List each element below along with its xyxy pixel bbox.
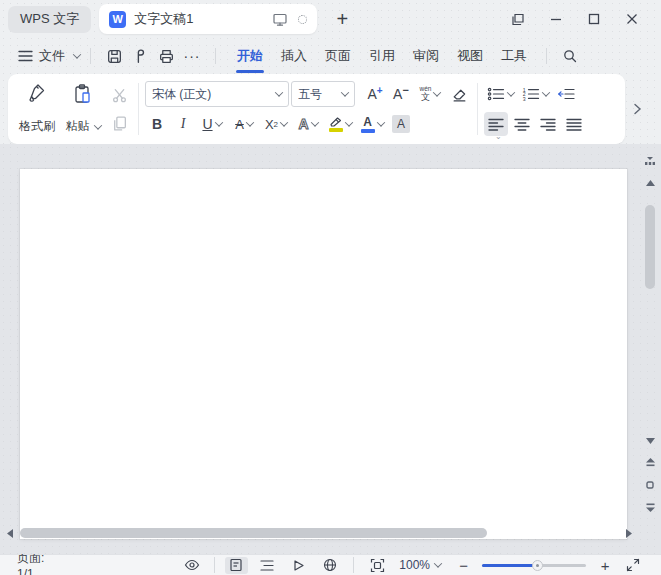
previous-page-button[interactable] <box>641 452 659 474</box>
more-commands-button[interactable]: ··· <box>179 44 205 68</box>
underline-button[interactable]: U <box>197 112 227 136</box>
bold-button[interactable]: B <box>145 112 169 136</box>
document-tab[interactable]: W 文字文稿1 <box>99 4 317 34</box>
window-stack-icon[interactable] <box>499 4 537 34</box>
font-size-value: 五号 <box>298 86 339 103</box>
minimize-button[interactable] <box>537 4 575 34</box>
font-color-icon: A <box>361 116 375 133</box>
text-effects-button[interactable]: A <box>293 112 323 136</box>
chevron-down-icon <box>376 118 384 126</box>
font-color-button[interactable]: A <box>357 112 387 136</box>
chevron-down-icon[interactable] <box>434 559 442 567</box>
scroll-up-arrow[interactable] <box>641 172 659 194</box>
tab-view[interactable]: 视图 <box>448 41 492 71</box>
align-justify-button[interactable] <box>562 112 586 136</box>
divider <box>90 48 91 64</box>
zoom-slider[interactable] <box>482 559 586 571</box>
phonetic-guide-button[interactable]: wén 文 <box>415 82 445 106</box>
file-menu-button[interactable]: 文件 <box>18 47 80 65</box>
maximize-button[interactable] <box>575 4 613 34</box>
decrease-indent-button[interactable] <box>554 82 578 106</box>
save-button[interactable] <box>101 44 127 68</box>
ruler-toggle-icon[interactable] <box>641 150 659 172</box>
strikethrough-button[interactable]: A <box>229 112 259 136</box>
tab-review[interactable]: 审阅 <box>404 41 448 71</box>
chevron-down-icon <box>73 50 81 58</box>
cut-button[interactable] <box>111 87 128 104</box>
web-view-button[interactable] <box>318 557 341 574</box>
tab-references[interactable]: 引用 <box>360 41 404 71</box>
numbered-list-button[interactable]: 1 2 3 <box>519 82 552 106</box>
chevron-down-icon <box>93 121 101 129</box>
font-size-select[interactable]: 五号 <box>291 81 355 107</box>
font-group: 宋体 (正文) 五号 A+ A− wén <box>145 81 471 137</box>
tab-home[interactable]: 开始 <box>228 41 272 71</box>
superscript-button[interactable]: X2 <box>261 112 291 136</box>
search-button[interactable] <box>557 44 583 68</box>
align-center-button[interactable] <box>510 112 534 136</box>
copy-button[interactable] <box>111 115 128 132</box>
chevron-down-icon <box>542 88 550 96</box>
horizontal-scrollbar[interactable] <box>0 526 639 540</box>
font-name-select[interactable]: 宋体 (正文) <box>145 81 289 107</box>
chevron-down-icon <box>246 118 254 126</box>
new-tab-button[interactable]: + <box>329 6 355 32</box>
app-menu-label: WPS 文字 <box>20 10 79 28</box>
ribbon-expand-button[interactable] <box>625 74 649 144</box>
window-controls <box>499 4 651 34</box>
paste-label: 粘贴 <box>66 118 101 135</box>
align-left-button[interactable] <box>484 112 508 136</box>
document-page[interactable] <box>20 169 627 539</box>
numbered-list-icon: 1 2 3 <box>522 87 540 101</box>
close-button[interactable] <box>613 4 651 34</box>
char-shading-button[interactable]: A <box>389 112 413 136</box>
export-pdf-button[interactable] <box>127 44 153 68</box>
zoom-out-button[interactable]: − <box>455 557 472 574</box>
divider <box>215 48 216 64</box>
fullscreen-button[interactable] <box>622 557 645 574</box>
align-right-button[interactable] <box>536 112 560 136</box>
clear-formatting-button[interactable] <box>447 82 471 106</box>
align-justify-icon <box>566 118 582 131</box>
horizontal-scrollbar-thumb[interactable] <box>20 528 487 538</box>
format-painter-button[interactable]: 格式刷 <box>14 81 60 137</box>
font-name-value: 宋体 (正文) <box>152 86 273 103</box>
wps-writer-icon: W <box>109 11 126 28</box>
next-page-button[interactable] <box>641 496 659 518</box>
format-painter-icon <box>26 83 48 105</box>
paragraph-group: 1 2 3 <box>484 81 586 137</box>
fit-page-button[interactable] <box>366 557 389 574</box>
highlight-color-button[interactable] <box>325 112 355 136</box>
scroll-left-arrow[interactable] <box>4 527 16 539</box>
document-area <box>0 144 661 554</box>
page-view-button[interactable] <box>225 557 248 574</box>
cut-copy-column <box>106 81 132 137</box>
zoom-in-button[interactable]: + <box>596 557 613 574</box>
print-button[interactable] <box>153 44 179 68</box>
paste-button[interactable]: 粘贴 <box>60 81 106 137</box>
hide-toolbars-button[interactable] <box>181 557 204 574</box>
scroll-down-arrow[interactable] <box>641 430 659 452</box>
bullet-list-button[interactable] <box>484 82 517 106</box>
globe-icon <box>323 558 337 572</box>
tab-status-dot-icon[interactable] <box>298 15 307 24</box>
paste-icon <box>72 83 94 105</box>
reading-view-button[interactable] <box>287 557 310 574</box>
grow-font-button[interactable]: A+ <box>363 82 387 106</box>
vertical-scrollbar[interactable] <box>641 150 659 518</box>
char-shading-icon: A <box>392 115 410 133</box>
italic-button[interactable]: I <box>171 112 195 136</box>
zoom-value[interactable]: 100% <box>399 558 430 572</box>
select-browse-object-button[interactable] <box>641 474 659 496</box>
svg-text:3: 3 <box>523 96 526 101</box>
vertical-scrollbar-thumb[interactable] <box>645 205 655 289</box>
scroll-right-arrow[interactable] <box>623 527 635 539</box>
shrink-font-button[interactable]: A− <box>389 82 413 106</box>
tab-page[interactable]: 页面 <box>316 41 360 71</box>
tab-insert[interactable]: 插入 <box>272 41 316 71</box>
outline-view-button[interactable] <box>256 557 279 574</box>
app-menu-button[interactable]: WPS 文字 <box>8 6 91 33</box>
fit-page-icon <box>370 558 385 573</box>
tab-tools[interactable]: 工具 <box>492 41 536 71</box>
zoom-slider-thumb[interactable] <box>532 560 543 571</box>
